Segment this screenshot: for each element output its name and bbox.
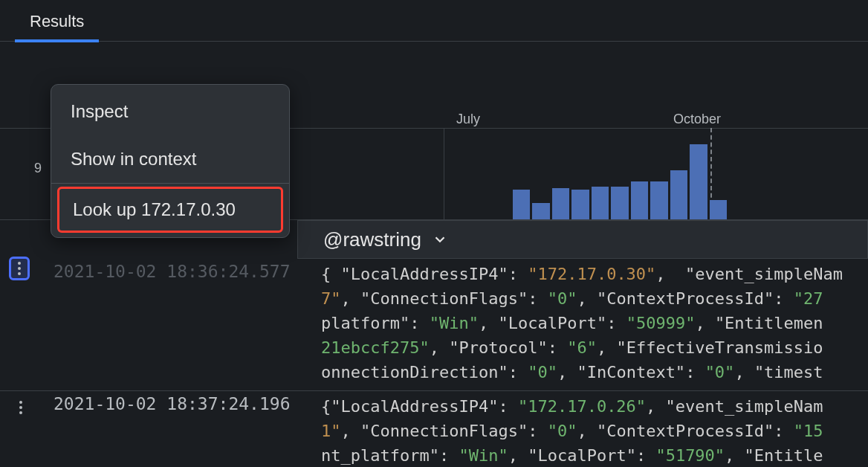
histogram-bar[interactable] — [513, 190, 530, 219]
month-tick — [444, 128, 444, 219]
row-actions-button[interactable] — [10, 396, 31, 419]
histogram-bars[interactable] — [513, 138, 727, 219]
kebab-icon — [17, 262, 22, 275]
row-actions-cell — [0, 391, 42, 467]
menu-item[interactable]: Inspect — [51, 88, 289, 135]
timeline-label: July — [456, 112, 480, 127]
histogram-bar[interactable] — [592, 187, 609, 219]
histogram-bar[interactable] — [670, 170, 687, 219]
table-row: 2021-10-02 18:37:24.196{"LocalAddressIP4… — [0, 390, 868, 467]
menu-item[interactable]: Look up 172.17.0.30 — [57, 187, 283, 233]
timeline-label: October — [673, 112, 721, 127]
row-actions-button[interactable] — [9, 257, 30, 280]
svg-point-4 — [19, 406, 22, 409]
svg-point-5 — [19, 411, 22, 414]
histogram-bar[interactable] — [631, 181, 648, 219]
column-header-rawstring[interactable]: @rawstring — [297, 220, 868, 259]
chevron-down-icon — [432, 231, 448, 248]
menu-item[interactable]: Show in context — [51, 135, 289, 183]
histogram-bar[interactable] — [710, 200, 727, 219]
svg-point-2 — [18, 272, 21, 275]
histogram-bar[interactable] — [611, 187, 628, 219]
svg-point-0 — [18, 262, 21, 265]
histogram-bar[interactable] — [532, 203, 549, 219]
svg-point-1 — [18, 267, 21, 270]
results-rows: 2021-10-02 18:36:24.577{ "LocalAddressIP… — [0, 259, 868, 467]
tab-bar: Results — [0, 0, 868, 42]
histogram-bar[interactable] — [650, 181, 667, 219]
timestamp-cell: 2021-10-02 18:37:24.196 — [42, 391, 296, 467]
histogram-bar[interactable] — [552, 188, 569, 219]
rawstring-cell[interactable]: { "LocalAddressIP4": "172.17.0.30", "eve… — [296, 259, 868, 390]
histogram-bar[interactable] — [690, 144, 707, 219]
histogram-bar[interactable] — [571, 190, 589, 219]
timestamp-cell: 2021-10-02 18:36:24.577 — [42, 259, 296, 390]
menu-divider — [51, 183, 289, 184]
kebab-icon — [19, 401, 23, 414]
table-row: 2021-10-02 18:36:24.577{ "LocalAddressIP… — [0, 259, 868, 390]
y-axis-label: 9 — [34, 161, 42, 176]
rawstring-cell[interactable]: {"LocalAddressIP4": "172.17.0.26", "even… — [296, 391, 868, 467]
context-menu: InspectShow in contextLook up 172.17.0.3… — [51, 84, 290, 238]
tab-results[interactable]: Results — [15, 0, 99, 42]
svg-point-3 — [19, 401, 22, 404]
column-header-label: @rawstring — [323, 228, 421, 251]
